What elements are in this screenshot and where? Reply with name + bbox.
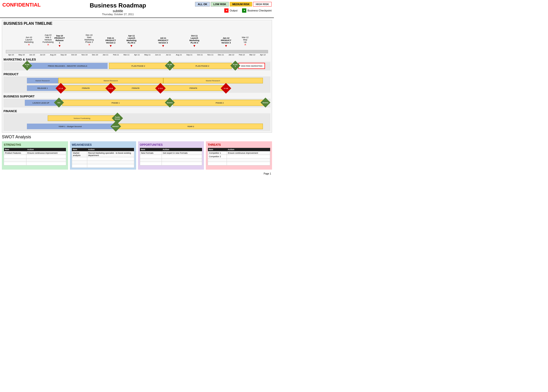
table-row: Competitor 1 Ensure continuous improveme… (208, 151, 270, 155)
phase2-bar: PHASE 2 (173, 100, 267, 106)
page-number: Page 1 (264, 172, 271, 175)
legend-checkpoint: ✕ Business Checkpoint (242, 8, 272, 13)
confidential-label: CONFIDENTIAL (2, 2, 41, 8)
table-row (4, 162, 66, 165)
month-may11: May-11 (142, 54, 153, 56)
threats-action-1: Ensure continuous improvement (227, 151, 270, 155)
weaknesses-col-action: Action (87, 148, 134, 151)
phase1-bar: PHASE 1 (62, 100, 169, 106)
month-oct10: Oct-10 (69, 54, 79, 56)
legend-output: ✕ Output (224, 8, 238, 13)
marketing-label: MARKETING & SALES (4, 58, 270, 61)
mr-bar2: Market Research (58, 78, 163, 84)
iterate3-bar: ITERATE (163, 85, 224, 91)
launch-leadup-bar: LAUNCH LEAD-UP (25, 100, 57, 106)
month-aug11: Aug-11 (174, 54, 184, 56)
milestone-5: Feb-11PRODUCTVersion 2 ▼ (106, 37, 116, 48)
milestone-1: Jun-10LaunchMarketing ✕ (24, 36, 33, 46)
table-row: Market analysis Recruit Marketing specia… (72, 151, 134, 157)
month-feb11: Feb-11 (111, 54, 121, 56)
milestone-8: Oct-11LaunchMarketingPLAN 3 ▼ (189, 35, 200, 48)
milestone-9: Jan-12PRODUCTVersion 4 ▼ (221, 37, 231, 48)
month-mar12: Mar-12 (247, 54, 258, 56)
badge-mediumrisk[interactable]: MEDIUM RISK (230, 2, 252, 7)
table-row: New Formats Get expert in new Formats (140, 151, 202, 155)
plan-phase2-bar2: PLAN PHASE 2 (173, 63, 232, 69)
month-oct11: Oct-11 (195, 54, 205, 56)
product-section: PRODUCT Market Research Market Research … (4, 72, 270, 93)
iterate2-bar: ITERATE (113, 85, 158, 91)
table-row (72, 164, 134, 168)
table-row (140, 155, 202, 158)
month-apr10: Apr-10 (6, 54, 16, 56)
swot-threats: THREATS Item Action Competitor 1 Ensure … (206, 141, 272, 170)
legend-block: ALL OK LOW RISK MEDIUM RISK HIGH RISK ✕ … (195, 2, 272, 13)
release-row: RELEASE 1 V 1.0 ITERATE V 2.0 ITERATE (6, 84, 268, 92)
badge-highrisk[interactable]: HIGH RISK (253, 2, 272, 7)
threats-item-2: Competitor 2 (208, 155, 227, 158)
month-mar11: Mar-11 (121, 54, 132, 56)
milestone-7: Jul-11PRODUCTVersion 3 ▼ (158, 37, 168, 48)
milestone-6: Apr-11LaunchMarketingPLAN 2 ▼ (127, 35, 137, 48)
opportunities-item-1: New Formats (140, 151, 162, 155)
month-jul10: Jul-10 (37, 54, 48, 56)
v10-diamond: V 1.0 (55, 83, 66, 93)
date: Thursday, October 27, 2011 (41, 13, 195, 16)
business-support-row: LAUNCH LEAD-UP GO PHASE 1 Assess PHASE 2… (4, 98, 270, 107)
month-feb12: Feb-12 (237, 54, 247, 56)
business-support-section: BUSINESS SUPPORT LAUNCH LEAD-UP GO PHASE… (4, 95, 270, 107)
go-diamond: GO (54, 98, 64, 107)
month-dec11: Dec-11 (216, 54, 226, 56)
month-sep10: Sep-10 (58, 54, 69, 56)
plan1-diamond: PLAN1 (22, 61, 32, 70)
weaknesses-table: Item Action Market analysis Recruit Mark… (72, 148, 134, 168)
month-labels: Apr-10 May-10 Jun-10 Jul-10 Aug-10 Sep-1… (6, 54, 268, 56)
threats-action-2 (227, 155, 270, 158)
marketing-row: PLAN1 PRESS RELEASES – INDUSTRY JOURNALS… (4, 62, 270, 70)
main-title: Business Roadmap (41, 2, 195, 9)
ruler-bar (6, 50, 268, 53)
subtitle: subtitle (41, 9, 195, 13)
table-row (208, 158, 270, 162)
table-row (208, 162, 270, 165)
plan2-diamond: PLAN2 (165, 61, 175, 70)
table-row (140, 162, 202, 165)
weaknesses-title: WEAKNESSES (72, 143, 134, 147)
strengths-col-item: Item (4, 148, 26, 151)
table-row: Competitor 2 (208, 155, 270, 158)
strengths-action-1: Ensure continuous improvement (26, 151, 66, 155)
table-row: Product Features Ensure continuous impro… (4, 151, 66, 155)
threats-col-item: Item (208, 148, 227, 151)
checkpoint-icon: ✕ (242, 8, 246, 13)
opportunities-col-item: Item (140, 148, 162, 151)
opportunities-table: Item Action New Formats Get expert in ne… (140, 148, 202, 165)
milestones-area: Jun-10LaunchMarketing ✕ Aug-10Year 2Vent… (6, 27, 268, 50)
threats-table: Item Action Competitor 1 Ensure continuo… (208, 148, 270, 165)
mr-bar3: Market Research (163, 78, 263, 84)
swot-title: SWOT Analysis (2, 134, 272, 140)
month-sep11: Sep-11 (184, 54, 195, 56)
month-aug10: Aug-10 (48, 54, 58, 56)
release1-bar: RELEASE 1 (27, 85, 58, 91)
opportunities-title: OPPORTUNITIES (140, 143, 202, 147)
press-releases-bar: PRESS RELEASES – INDUSTRY JOURNALS (28, 63, 108, 69)
finance-label: FINANCE (4, 109, 270, 113)
strengths-item-1: Product Features (4, 151, 26, 155)
swot-section: SWOT Analysis STRENGTHS Item Action Prod… (2, 134, 272, 170)
month-dec10: Dec-10 (90, 54, 100, 56)
v40-diamond: V 4.0 (221, 83, 231, 93)
product-rows: Market Research Market Research Market R… (4, 76, 270, 93)
badge-allok[interactable]: ALL OK (195, 2, 210, 7)
swot-strengths: STRENGTHS Item Action Product Features E… (2, 141, 68, 170)
swot-opportunities: OPPORTUNITIES Item Action New Formats Ge… (138, 141, 204, 170)
month-nov10: Nov-10 (79, 54, 90, 56)
venture-row: Venture Fundraising FundsSecure (6, 114, 268, 122)
business-support-label: BUSINESS SUPPORT (4, 95, 270, 98)
month-nov11: Nov-11 (205, 54, 216, 56)
month-jan12: Jan-12 (226, 54, 237, 56)
funds-secure-diamond: FundsSecure (112, 112, 123, 124)
badge-lowrisk[interactable]: LOW RISK (211, 2, 229, 7)
month-may10: May-10 (16, 54, 27, 56)
swot-grid: STRENGTHS Item Action Product Features E… (2, 141, 272, 170)
threats-item-1: Competitor 1 (208, 151, 227, 155)
